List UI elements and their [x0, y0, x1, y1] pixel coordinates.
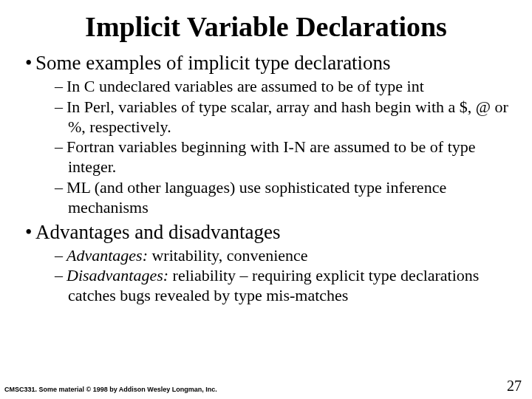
dash-icon: –	[55, 266, 66, 286]
sub-item: –In C undeclared variables are assumed t…	[21, 77, 511, 97]
sub-item-text: ML (and other languages) use sophisticat…	[66, 178, 446, 216]
bullet-icon: •	[25, 221, 35, 245]
advantages-text: writability, convenience	[148, 246, 308, 265]
sub-item-text: Fortran variables beginning with I-N are…	[66, 137, 476, 176]
dash-icon: –	[55, 246, 66, 266]
sub-item: –Fortran variables beginning with I-N ar…	[21, 137, 511, 177]
bullet-adv-disadv: •Advantages and disadvantages	[21, 221, 511, 245]
footer-attribution: CMSC331. Some material © 1998 by Addison…	[4, 386, 217, 393]
slide-body: •Some examples of implicit type declarat…	[0, 52, 532, 306]
sub-item-disadvantages: –Disadvantages: reliability – requiring …	[21, 266, 511, 306]
bullet-icon: •	[25, 52, 35, 75]
bullet-examples: •Some examples of implicit type declarat…	[21, 52, 511, 75]
sub-item: –In Perl, variables of type scalar, arra…	[21, 98, 511, 137]
sub-item: –ML (and other languages) use sophistica…	[21, 178, 511, 218]
slide-title: Implicit Variable Declarations	[0, 0, 532, 49]
disadvantages-label: Disadvantages:	[66, 266, 168, 284]
dash-icon: –	[55, 77, 66, 97]
sub-item-text: In Perl, variables of type scalar, array…	[66, 98, 508, 136]
advantages-label: Advantages:	[66, 246, 148, 265]
dash-icon: –	[55, 137, 66, 157]
bullet-adv-disadv-text: Advantages and disadvantages	[35, 221, 280, 243]
bullet-examples-text: Some examples of implicit type declarati…	[35, 52, 391, 74]
slide: Implicit Variable Declarations •Some exa…	[0, 0, 532, 399]
dash-icon: –	[55, 178, 66, 198]
sub-item-advantages: –Advantages: writability, convenience	[21, 246, 511, 266]
dash-icon: –	[55, 98, 66, 117]
slide-number: 27	[507, 378, 522, 395]
sub-item-text: In C undeclared variables are assumed to…	[66, 77, 424, 95]
